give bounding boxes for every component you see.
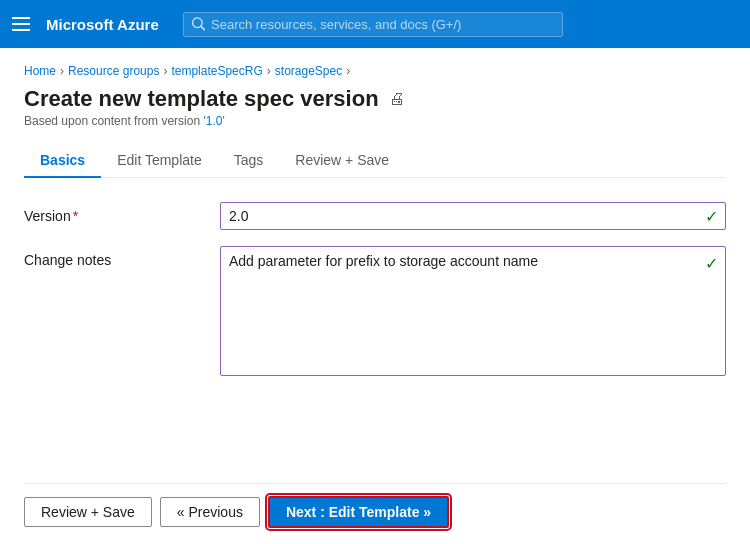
breadcrumb: Home › Resource groups › templateSpecRG … [24, 64, 726, 78]
tab-tags[interactable]: Tags [218, 144, 280, 178]
change-notes-row: Change notes Add parameter for prefix to… [24, 246, 726, 379]
breadcrumb-sep-2: › [163, 64, 167, 78]
top-nav: Microsoft Azure [0, 0, 750, 48]
version-ref: '1.0' [203, 114, 224, 128]
tab-bar: Basics Edit Template Tags Review + Save [24, 144, 726, 178]
breadcrumb-home[interactable]: Home [24, 64, 56, 78]
review-save-button[interactable]: Review + Save [24, 497, 152, 527]
search-input[interactable] [211, 17, 554, 32]
main-content: Home › Resource groups › templateSpecRG … [0, 48, 750, 544]
breadcrumb-resource-groups[interactable]: Resource groups [68, 64, 159, 78]
version-check-icon: ✓ [705, 207, 718, 226]
subtitle: Based upon content from version '1.0' [24, 114, 726, 128]
version-row: Version* ✓ [24, 202, 726, 230]
search-bar[interactable] [183, 12, 563, 37]
page-title: Create new template spec version [24, 86, 379, 112]
print-icon[interactable]: 🖨 [389, 90, 405, 108]
search-icon [192, 17, 205, 31]
hamburger-button[interactable] [12, 17, 30, 31]
breadcrumb-storage-spec[interactable]: storageSpec [275, 64, 342, 78]
breadcrumb-sep-3: › [267, 64, 271, 78]
page-title-row: Create new template spec version 🖨 [24, 86, 726, 112]
previous-button[interactable]: « Previous [160, 497, 260, 527]
version-label: Version* [24, 202, 204, 224]
version-required: * [73, 208, 78, 224]
change-notes-textarea[interactable]: Add parameter for prefix to storage acco… [220, 246, 726, 376]
tab-basics[interactable]: Basics [24, 144, 101, 178]
footer: Review + Save « Previous Next : Edit Tem… [24, 483, 726, 528]
tab-review-save[interactable]: Review + Save [279, 144, 405, 178]
app-title: Microsoft Azure [46, 16, 159, 33]
form-section: Version* ✓ Change notes Add parameter fo… [24, 202, 726, 483]
breadcrumb-sep-4: › [346, 64, 350, 78]
change-notes-label: Change notes [24, 246, 204, 268]
next-button[interactable]: Next : Edit Template » [268, 496, 449, 528]
tab-edit-template[interactable]: Edit Template [101, 144, 218, 178]
breadcrumb-template-spec-rg[interactable]: templateSpecRG [171, 64, 262, 78]
version-input-wrap: ✓ [220, 202, 726, 230]
breadcrumb-sep-1: › [60, 64, 64, 78]
change-notes-input-wrap: Add parameter for prefix to storage acco… [220, 246, 726, 379]
change-notes-check-icon: ✓ [705, 254, 718, 273]
version-input[interactable] [220, 202, 726, 230]
